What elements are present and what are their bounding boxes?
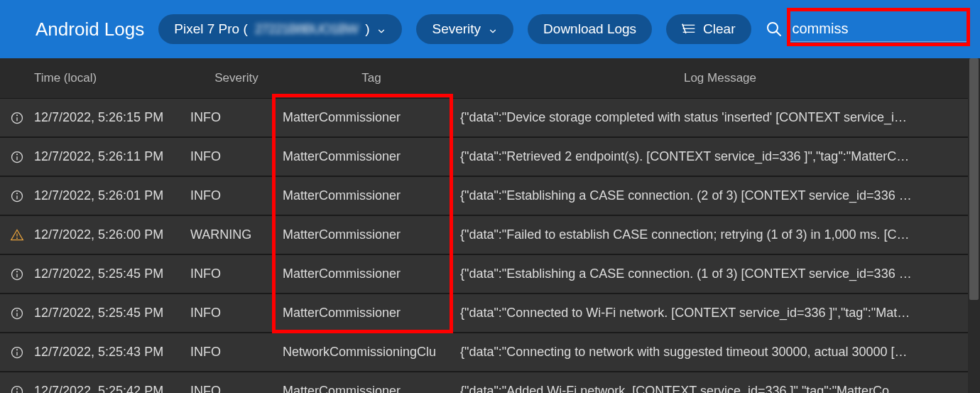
info-icon bbox=[0, 384, 34, 394]
svg-point-16 bbox=[17, 237, 18, 238]
device-selector[interactable]: Pixel 7 Pro (27221B8BUO1BW) bbox=[158, 14, 402, 44]
info-icon bbox=[0, 150, 34, 164]
clear-label: Clear bbox=[703, 21, 735, 37]
time-cell: 12/7/2022, 5:25:43 PM bbox=[34, 345, 190, 360]
message-cell: {"data":"Device storage completed with s… bbox=[460, 110, 980, 125]
severity-cell: INFO bbox=[190, 188, 283, 203]
message-cell: {"data":"Added Wi-Fi network. [CONTEXT s… bbox=[460, 384, 980, 393]
severity-filter[interactable]: Severity bbox=[416, 14, 513, 44]
severity-cell: INFO bbox=[190, 110, 283, 125]
time-cell: 12/7/2022, 5:25:45 PM bbox=[34, 267, 190, 281]
table-header: Time (local) Severity Tag Log Message bbox=[0, 58, 980, 99]
download-logs-label: Download Logs bbox=[543, 21, 636, 37]
tag-cell: MatterCommissioner bbox=[283, 267, 460, 281]
time-cell: 12/7/2022, 5:26:01 PM bbox=[34, 188, 190, 203]
clear-button[interactable]: Clear bbox=[666, 14, 751, 44]
time-cell: 12/7/2022, 5:26:11 PM bbox=[34, 149, 190, 164]
tag-cell: MatterCommissioner bbox=[283, 227, 460, 242]
svg-point-25 bbox=[17, 349, 18, 350]
time-cell: 12/7/2022, 5:25:45 PM bbox=[34, 306, 190, 321]
severity-cell: INFO bbox=[190, 267, 283, 281]
search-wrap bbox=[766, 16, 967, 42]
clear-icon bbox=[682, 23, 696, 36]
time-cell: 12/7/2022, 5:25:42 PM bbox=[34, 384, 190, 393]
table-row[interactable]: 12/7/2022, 5:26:00 PMWARNINGMatterCommis… bbox=[0, 216, 980, 255]
download-logs-button[interactable]: Download Logs bbox=[528, 14, 652, 44]
time-cell: 12/7/2022, 5:26:15 PM bbox=[34, 110, 190, 125]
column-header-severity: Severity bbox=[190, 71, 283, 85]
scrollbar-track[interactable] bbox=[968, 58, 980, 393]
device-id-redacted: 27221B8BUO1BW bbox=[255, 21, 358, 37]
column-header-time: Time (local) bbox=[34, 71, 190, 85]
svg-point-8 bbox=[17, 114, 18, 115]
table-row[interactable]: 12/7/2022, 5:25:45 PMINFOMatterCommissio… bbox=[0, 294, 980, 333]
column-header-tag: Tag bbox=[283, 71, 460, 85]
svg-point-11 bbox=[17, 154, 18, 154]
table-body: 12/7/2022, 5:26:15 PMINFOMatterCommissio… bbox=[0, 99, 980, 393]
svg-point-14 bbox=[17, 193, 18, 193]
info-icon bbox=[0, 306, 34, 321]
info-icon bbox=[0, 111, 34, 125]
severity-cell: WARNING bbox=[190, 227, 283, 242]
device-label-suffix: ) bbox=[365, 21, 369, 37]
info-icon bbox=[0, 189, 34, 203]
info-icon bbox=[0, 267, 34, 281]
device-label-prefix: Pixel 7 Pro ( bbox=[174, 21, 247, 37]
message-cell: {"data":"Connected to Wi-Fi network. [CO… bbox=[460, 306, 980, 321]
svg-line-5 bbox=[776, 31, 780, 36]
header-bar: Android Logs Pixel 7 Pro (27221B8BUO1BW)… bbox=[0, 0, 980, 58]
tag-cell: NetworkCommissioningClu bbox=[283, 345, 460, 360]
table-row[interactable]: 12/7/2022, 5:26:11 PMINFOMatterCommissio… bbox=[0, 138, 980, 177]
column-header-message: Log Message bbox=[460, 71, 980, 85]
svg-point-22 bbox=[17, 310, 18, 311]
table-row[interactable]: 12/7/2022, 5:26:01 PMINFOMatterCommissio… bbox=[0, 177, 980, 216]
message-cell: {"data":"Establishing a CASE connection.… bbox=[460, 267, 980, 281]
search-icon bbox=[766, 21, 783, 38]
scrollbar-thumb[interactable] bbox=[969, 58, 979, 300]
severity-cell: INFO bbox=[190, 306, 283, 321]
tag-cell: MatterCommissioner bbox=[283, 384, 460, 393]
severity-label: Severity bbox=[432, 21, 481, 37]
table-row[interactable]: 12/7/2022, 5:26:15 PMINFOMatterCommissio… bbox=[0, 99, 980, 138]
severity-cell: INFO bbox=[190, 345, 283, 360]
info-icon bbox=[0, 345, 34, 360]
message-cell: {"data":"Establishing a CASE connection.… bbox=[460, 188, 980, 203]
chevron-down-icon bbox=[488, 24, 498, 34]
tag-cell: MatterCommissioner bbox=[283, 110, 460, 125]
table-row[interactable]: 12/7/2022, 5:25:45 PMINFOMatterCommissio… bbox=[0, 255, 980, 294]
tag-cell: MatterCommissioner bbox=[283, 149, 460, 164]
page-title: Android Logs bbox=[36, 18, 144, 41]
svg-point-28 bbox=[17, 388, 18, 389]
time-cell: 12/7/2022, 5:26:00 PM bbox=[34, 227, 190, 242]
svg-point-19 bbox=[17, 271, 18, 271]
tag-cell: MatterCommissioner bbox=[283, 188, 460, 203]
message-cell: {"data":"Connecting to network with sugg… bbox=[460, 345, 980, 360]
severity-cell: INFO bbox=[190, 149, 283, 164]
chevron-down-icon bbox=[376, 24, 386, 34]
severity-cell: INFO bbox=[190, 384, 283, 393]
tag-cell: MatterCommissioner bbox=[283, 306, 460, 321]
warning-icon bbox=[0, 228, 34, 242]
table-row[interactable]: 12/7/2022, 5:25:43 PMINFONetworkCommissi… bbox=[0, 333, 980, 372]
message-cell: {"data":"Failed to establish CASE connec… bbox=[460, 227, 980, 242]
message-cell: {"data":"Retrieved 2 endpoint(s). [CONTE… bbox=[460, 149, 980, 164]
table-row[interactable]: 12/7/2022, 5:25:42 PMINFOMatterCommissio… bbox=[0, 372, 980, 393]
search-input[interactable] bbox=[790, 16, 967, 42]
